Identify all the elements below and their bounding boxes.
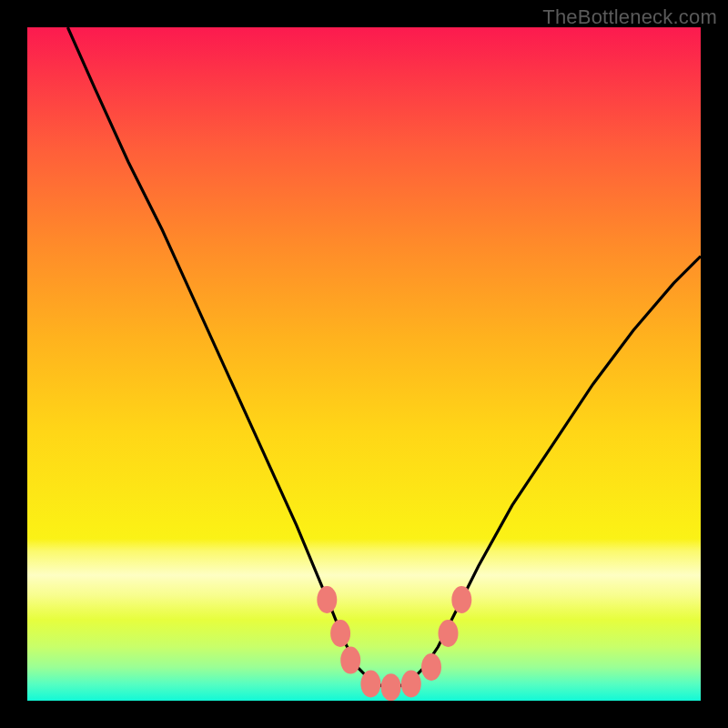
plot-area	[27, 27, 701, 701]
curve-marker	[340, 647, 360, 674]
curve-marker	[439, 620, 459, 647]
curve-marker	[360, 671, 380, 698]
curve-markers	[317, 586, 471, 701]
chart-frame: TheBottleneck.com	[0, 0, 728, 728]
curve-marker	[330, 620, 350, 647]
curve-svg	[27, 27, 701, 701]
curve-marker	[317, 586, 337, 613]
curve-marker	[451, 586, 471, 613]
curve-marker	[421, 653, 441, 681]
bottleneck-curve	[67, 27, 701, 687]
curve-marker	[401, 671, 421, 698]
watermark-text: TheBottleneck.com	[542, 5, 717, 29]
curve-marker	[381, 673, 401, 701]
